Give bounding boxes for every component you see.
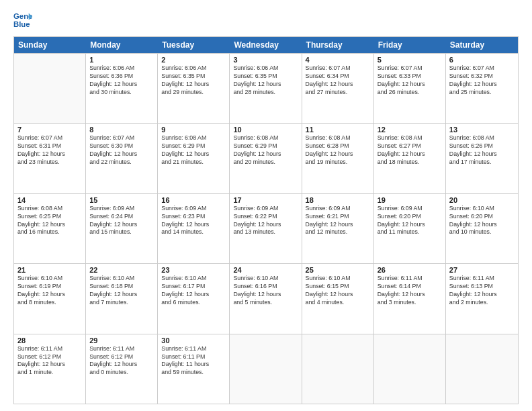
svg-text:Blue: Blue: [13, 20, 30, 28]
calendar-row: 7Sunrise: 6:07 AM Sunset: 6:31 PM Daylig…: [14, 123, 518, 193]
cell-date: 4: [306, 56, 370, 64]
cell-info: Sunrise: 6:11 AM Sunset: 6:11 PM Dayligh…: [161, 345, 226, 377]
calendar-cell: 20Sunrise: 6:10 AM Sunset: 6:20 PM Dayli…: [446, 194, 518, 263]
calendar-cell: [302, 334, 374, 404]
cell-info: Sunrise: 6:09 AM Sunset: 6:20 PM Dayligh…: [378, 205, 442, 237]
calendar-row: 28Sunrise: 6:11 AM Sunset: 6:12 PM Dayli…: [14, 334, 518, 404]
cell-info: Sunrise: 6:06 AM Sunset: 6:35 PM Dayligh…: [161, 64, 226, 97]
calendar-row: 1Sunrise: 6:06 AM Sunset: 6:36 PM Daylig…: [14, 53, 518, 123]
cell-info: Sunrise: 6:07 AM Sunset: 6:30 PM Dayligh…: [89, 134, 154, 167]
cell-info: Sunrise: 6:10 AM Sunset: 6:19 PM Dayligh…: [17, 275, 82, 307]
calendar-cell: 14Sunrise: 6:08 AM Sunset: 6:25 PM Dayli…: [14, 194, 86, 263]
cell-info: Sunrise: 6:11 AM Sunset: 6:13 PM Dayligh…: [449, 275, 515, 307]
cell-date: 9: [161, 126, 226, 134]
calendar-cell: 28Sunrise: 6:11 AM Sunset: 6:12 PM Dayli…: [14, 334, 86, 404]
cell-info: Sunrise: 6:08 AM Sunset: 6:29 PM Dayligh…: [161, 134, 226, 167]
calendar-cell: 19Sunrise: 6:09 AM Sunset: 6:20 PM Dayli…: [374, 194, 446, 263]
cell-info: Sunrise: 6:08 AM Sunset: 6:27 PM Dayligh…: [378, 134, 442, 167]
cell-date: 30: [161, 336, 226, 345]
cell-date: 10: [233, 126, 298, 134]
calendar-cell: 8Sunrise: 6:07 AM Sunset: 6:30 PM Daylig…: [86, 124, 158, 193]
calendar-cell: 12Sunrise: 6:08 AM Sunset: 6:27 PM Dayli…: [374, 124, 446, 193]
calendar-cell: [374, 334, 446, 404]
cell-date: 29: [89, 336, 154, 345]
cell-info: Sunrise: 6:10 AM Sunset: 6:20 PM Dayligh…: [449, 205, 515, 237]
page-header: General Blue: [13, 11, 519, 30]
calendar: SundayMondayTuesdayWednesdayThursdayFrid…: [13, 36, 519, 404]
calendar-cell: [230, 334, 302, 404]
calendar-cell: 24Sunrise: 6:10 AM Sunset: 6:16 PM Dayli…: [230, 264, 302, 333]
cell-info: Sunrise: 6:09 AM Sunset: 6:22 PM Dayligh…: [233, 205, 298, 237]
cell-date: 15: [89, 196, 154, 204]
calendar-cell: 15Sunrise: 6:09 AM Sunset: 6:24 PM Dayli…: [86, 194, 158, 263]
header-day: Sunday: [14, 37, 86, 53]
calendar-cell: 1Sunrise: 6:06 AM Sunset: 6:36 PM Daylig…: [86, 54, 158, 123]
cell-info: Sunrise: 6:08 AM Sunset: 6:26 PM Dayligh…: [449, 134, 515, 167]
cell-info: Sunrise: 6:09 AM Sunset: 6:24 PM Dayligh…: [89, 205, 154, 237]
cell-date: 25: [306, 266, 370, 274]
cell-date: 24: [233, 266, 298, 274]
cell-date: 5: [378, 56, 442, 64]
cell-date: 14: [17, 196, 82, 204]
calendar-cell: 10Sunrise: 6:08 AM Sunset: 6:29 PM Dayli…: [230, 124, 302, 193]
cell-info: Sunrise: 6:06 AM Sunset: 6:35 PM Dayligh…: [233, 64, 298, 97]
calendar-cell: 21Sunrise: 6:10 AM Sunset: 6:19 PM Dayli…: [14, 264, 86, 333]
header-day: Saturday: [446, 37, 518, 53]
cell-date: 16: [161, 196, 226, 204]
cell-info: Sunrise: 6:10 AM Sunset: 6:16 PM Dayligh…: [233, 275, 298, 307]
calendar-cell: 16Sunrise: 6:09 AM Sunset: 6:23 PM Dayli…: [158, 194, 230, 263]
cell-info: Sunrise: 6:07 AM Sunset: 6:31 PM Dayligh…: [17, 134, 82, 167]
calendar-row: 21Sunrise: 6:10 AM Sunset: 6:19 PM Dayli…: [14, 263, 518, 333]
cell-date: 19: [378, 196, 442, 204]
cell-info: Sunrise: 6:07 AM Sunset: 6:32 PM Dayligh…: [449, 64, 515, 97]
cell-date: 17: [233, 196, 298, 204]
header-day: Thursday: [302, 37, 374, 53]
calendar-body: 1Sunrise: 6:06 AM Sunset: 6:36 PM Daylig…: [14, 53, 518, 404]
cell-date: 23: [161, 266, 226, 274]
cell-info: Sunrise: 6:07 AM Sunset: 6:33 PM Dayligh…: [378, 64, 442, 97]
logo-icon: General Blue: [13, 11, 32, 30]
calendar-cell: [14, 54, 86, 123]
cell-info: Sunrise: 6:11 AM Sunset: 6:12 PM Dayligh…: [89, 345, 154, 377]
calendar-cell: 26Sunrise: 6:11 AM Sunset: 6:14 PM Dayli…: [374, 264, 446, 333]
calendar-cell: 13Sunrise: 6:08 AM Sunset: 6:26 PM Dayli…: [446, 124, 518, 193]
calendar-cell: 27Sunrise: 6:11 AM Sunset: 6:13 PM Dayli…: [446, 264, 518, 333]
cell-date: 1: [89, 56, 154, 64]
cell-date: 8: [89, 126, 154, 134]
cell-date: 27: [449, 266, 515, 274]
cell-date: 7: [17, 126, 82, 134]
cell-date: 21: [17, 266, 82, 274]
header-day: Wednesday: [230, 37, 302, 53]
cell-info: Sunrise: 6:07 AM Sunset: 6:34 PM Dayligh…: [306, 64, 370, 97]
calendar-cell: 4Sunrise: 6:07 AM Sunset: 6:34 PM Daylig…: [302, 54, 374, 123]
calendar-cell: 11Sunrise: 6:08 AM Sunset: 6:28 PM Dayli…: [302, 124, 374, 193]
calendar-cell: 7Sunrise: 6:07 AM Sunset: 6:31 PM Daylig…: [14, 124, 86, 193]
cell-date: 12: [378, 126, 442, 134]
cell-info: Sunrise: 6:08 AM Sunset: 6:29 PM Dayligh…: [233, 134, 298, 167]
cell-info: Sunrise: 6:08 AM Sunset: 6:25 PM Dayligh…: [17, 205, 82, 237]
calendar-cell: 9Sunrise: 6:08 AM Sunset: 6:29 PM Daylig…: [158, 124, 230, 193]
calendar-cell: 17Sunrise: 6:09 AM Sunset: 6:22 PM Dayli…: [230, 194, 302, 263]
cell-info: Sunrise: 6:10 AM Sunset: 6:18 PM Dayligh…: [89, 275, 154, 307]
calendar-cell: 6Sunrise: 6:07 AM Sunset: 6:32 PM Daylig…: [446, 54, 518, 123]
cell-info: Sunrise: 6:10 AM Sunset: 6:15 PM Dayligh…: [306, 275, 370, 307]
cell-info: Sunrise: 6:11 AM Sunset: 6:12 PM Dayligh…: [17, 345, 82, 377]
cell-date: 22: [89, 266, 154, 274]
cell-info: Sunrise: 6:11 AM Sunset: 6:14 PM Dayligh…: [378, 275, 442, 307]
calendar-cell: [446, 334, 518, 404]
cell-date: 6: [449, 56, 515, 64]
cell-info: Sunrise: 6:09 AM Sunset: 6:23 PM Dayligh…: [161, 205, 226, 237]
calendar-row: 14Sunrise: 6:08 AM Sunset: 6:25 PM Dayli…: [14, 193, 518, 263]
cell-date: 2: [161, 56, 226, 64]
cell-date: 26: [378, 266, 442, 274]
header-day: Tuesday: [158, 37, 230, 53]
cell-info: Sunrise: 6:09 AM Sunset: 6:21 PM Dayligh…: [306, 205, 370, 237]
calendar-cell: 22Sunrise: 6:10 AM Sunset: 6:18 PM Dayli…: [86, 264, 158, 333]
cell-date: 28: [17, 336, 82, 345]
logo: General Blue: [13, 11, 32, 30]
calendar-header: SundayMondayTuesdayWednesdayThursdayFrid…: [14, 37, 518, 53]
calendar-cell: 23Sunrise: 6:10 AM Sunset: 6:17 PM Dayli…: [158, 264, 230, 333]
cell-info: Sunrise: 6:08 AM Sunset: 6:28 PM Dayligh…: [306, 134, 370, 167]
cell-info: Sunrise: 6:06 AM Sunset: 6:36 PM Dayligh…: [89, 64, 154, 97]
header-day: Friday: [374, 37, 446, 53]
